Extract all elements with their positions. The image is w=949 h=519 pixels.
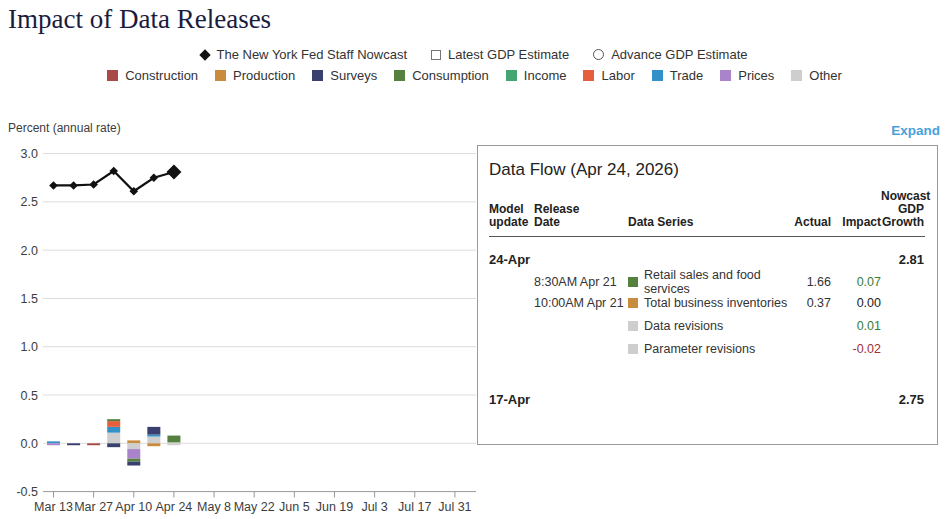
x-tick-label: May 8 <box>197 500 231 514</box>
expand-link[interactable]: Expand <box>891 123 940 138</box>
data-release-row: Parameter revisions-0.02 <box>489 337 925 360</box>
data-series-label: Data revisions <box>644 319 723 333</box>
release-date: 10:00AM Apr 21 <box>534 296 628 310</box>
col-impact: Impact <box>831 216 881 229</box>
x-tick-label: Jun 19 <box>316 500 354 514</box>
impact-bar-segment <box>127 459 140 462</box>
y-tick-label: 2.0 <box>21 244 38 258</box>
data-release-row: 8:30AM Apr 21Retail sales and food servi… <box>489 268 925 291</box>
col-release-date: Release Date <box>534 203 628 229</box>
col-actual: Actual <box>791 216 831 229</box>
impact-bar-segment <box>127 462 140 466</box>
nowcast-gdp-growth-value: 2.75 <box>881 392 924 407</box>
impact-value: 0.07 <box>831 275 881 289</box>
impact-bar-segment <box>67 443 80 445</box>
impact-bar-segment <box>47 441 60 443</box>
nowcast-point <box>69 181 78 190</box>
x-tick-label: Jul 17 <box>398 500 431 514</box>
impact-value: 0.00 <box>831 296 881 310</box>
data-series-cell: Parameter revisions <box>628 342 791 356</box>
impact-bar-segment <box>147 437 160 444</box>
impact-bar-segment <box>107 433 120 444</box>
nowcast-point <box>166 164 181 179</box>
category-swatch-icon <box>791 70 802 81</box>
data-series-cell: Data revisions <box>628 319 791 333</box>
impact-bar-segment <box>107 421 120 427</box>
x-tick-label: Apr 10 <box>115 500 152 514</box>
category-legend-label: Labor <box>601 68 634 83</box>
x-tick-label: May 22 <box>234 500 275 514</box>
impact-value: -0.02 <box>831 342 881 356</box>
nowcast-point <box>49 181 58 190</box>
impact-bar-segment <box>47 443 60 445</box>
impact-bar-segment <box>107 443 120 447</box>
release-date: 8:30AM Apr 21 <box>534 275 628 289</box>
category-legend-item[interactable]: Prices <box>720 68 774 83</box>
category-legend-item[interactable]: Trade <box>652 68 703 83</box>
impact-bar-segment <box>167 436 180 443</box>
category-legend-item[interactable]: Income <box>506 68 567 83</box>
model-update-row: 17-Apr2.75 <box>489 390 925 408</box>
actual-value: 0.37 <box>791 296 831 310</box>
impact-bar-segment <box>127 443 140 449</box>
category-legend-label: Trade <box>670 68 703 83</box>
data-flow-panel: Data Flow (Apr 24, 2026) Model update Re… <box>477 145 938 445</box>
y-tick-label: 0.0 <box>21 437 38 451</box>
data-release-row: Data revisions0.01 <box>489 314 925 337</box>
y-tick-label: 2.5 <box>21 195 38 209</box>
data-flow-body: 24-Apr2.818:30AM Apr 21Retail sales and … <box>489 250 925 408</box>
series-category-swatch-icon <box>628 321 638 331</box>
data-series-label: Total business inventories <box>644 296 787 310</box>
header-divider <box>489 236 925 237</box>
y-tick-label: 1.0 <box>21 340 38 354</box>
y-tick-label: 3.0 <box>21 147 38 161</box>
impact-bar-segment <box>87 443 100 445</box>
col-model-update: Model update <box>489 203 534 229</box>
series-legend-item[interactable]: Advance GDP Estimate <box>593 47 747 62</box>
category-legend-label: Income <box>524 68 567 83</box>
nowcast-impact-chart: 3.02.52.01.51.00.50.0-0.5Mar 13Mar 27Apr… <box>0 0 480 519</box>
category-swatch-icon <box>506 70 517 81</box>
y-tick-label: 1.5 <box>21 292 38 306</box>
data-series-cell: Retail sales and food services <box>628 268 791 296</box>
y-tick-label: 0.5 <box>21 389 38 403</box>
y-tick-label: -0.5 <box>16 485 38 499</box>
data-flow-header-row: Model update Release Date Data Series Ac… <box>489 190 925 229</box>
impact-bar-segment <box>107 427 120 433</box>
x-tick-label: Mar 13 <box>34 500 73 514</box>
category-swatch-icon <box>583 70 594 81</box>
x-tick-label: Mar 27 <box>74 500 113 514</box>
category-legend-item[interactable]: Other <box>791 68 842 83</box>
col-nowcast-gdp-growth: Nowcast GDP Growth <box>881 190 924 229</box>
impact-bar-segment <box>147 443 160 446</box>
x-tick-label: Jul 3 <box>361 500 387 514</box>
category-swatch-icon <box>652 70 663 81</box>
col-data-series: Data Series <box>628 216 791 229</box>
data-series-label: Retail sales and food services <box>644 268 791 296</box>
actual-value: 1.66 <box>791 275 831 289</box>
x-tick-label: Jul 31 <box>438 500 471 514</box>
model-update-date: 17-Apr <box>489 392 534 407</box>
circle-outline-icon <box>593 49 604 60</box>
impact-bar-segment <box>127 440 140 443</box>
nowcast-gdp-growth-value: 2.81 <box>881 252 924 267</box>
model-update-row: 24-Apr2.81 <box>489 250 925 268</box>
category-swatch-icon <box>720 70 731 81</box>
x-tick-label: Apr 24 <box>155 500 192 514</box>
category-legend-label: Prices <box>738 68 774 83</box>
impact-bar-segment <box>127 449 140 459</box>
series-category-swatch-icon <box>628 298 638 308</box>
series-category-swatch-icon <box>628 277 638 287</box>
data-series-label: Parameter revisions <box>644 342 755 356</box>
series-category-swatch-icon <box>628 344 638 354</box>
category-legend-item[interactable]: Labor <box>583 68 634 83</box>
impact-bar-segment <box>147 427 160 435</box>
data-flow-title: Data Flow (Apr 24, 2026) <box>489 160 925 180</box>
x-tick-label: Jun 5 <box>279 500 310 514</box>
data-series-cell: Total business inventories <box>628 296 791 310</box>
impact-bar-segment <box>147 435 160 437</box>
series-legend-label: Advance GDP Estimate <box>611 47 747 62</box>
category-legend-label: Other <box>809 68 842 83</box>
impact-bar-segment <box>107 419 120 421</box>
impact-bar-segment <box>167 442 180 443</box>
